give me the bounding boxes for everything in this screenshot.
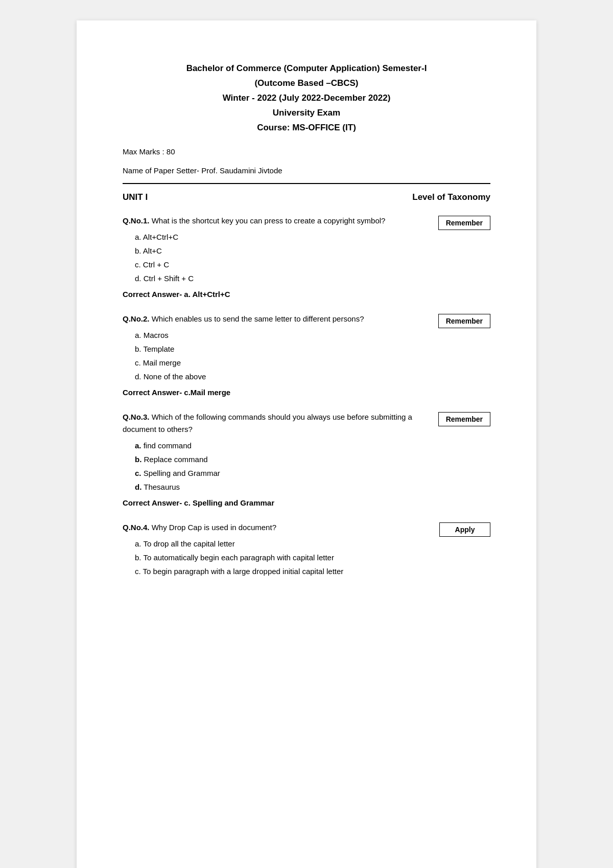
q4-option-b: b. To automatically begin each paragraph… — [135, 551, 431, 564]
paper-setter: Name of Paper Setter- Prof. Saudamini Ji… — [123, 166, 490, 175]
question-2-options: a. Macros b. Template c. Mail merge d. N… — [135, 328, 430, 383]
question-1-row: Q.No.1. What is the shortcut key you can… — [123, 215, 490, 285]
question-2-block: Q.No.2. Which enables us to send the sam… — [123, 313, 490, 399]
question-3-id: Q.No.3. — [123, 413, 150, 421]
q1-correct-answer: Correct Answer- a. Alt+Ctrl+C — [123, 288, 490, 301]
question-2-text: Q.No.2. Which enables us to send the sam… — [123, 313, 430, 383]
q1-option-a: a. Alt+Ctrl+C — [135, 230, 430, 244]
header-line4: University Exam — [123, 106, 490, 121]
header-line2: (Outcome Based –CBCS) — [123, 76, 490, 91]
q3-option-b: b. Replace command — [135, 452, 430, 466]
q2-option-c: c. Mail merge — [135, 356, 430, 370]
question-2-body: Which enables us to send the same letter… — [150, 314, 364, 323]
question-2-row: Q.No.2. Which enables us to send the sam… — [123, 313, 490, 383]
q2-option-d: d. None of the above — [135, 370, 430, 383]
question-3-block: Q.No.3. Which of the following commands … — [123, 411, 490, 509]
question-3-text: Q.No.3. Which of the following commands … — [123, 411, 430, 494]
question-4-text: Q.No.4. Why Drop Cap is used in document… — [123, 521, 431, 578]
q3-option-c: c. Spelling and Grammar — [135, 466, 430, 480]
question-4-options: a. To drop all the capital letter b. To … — [135, 537, 431, 578]
question-4-block: Q.No.4. Why Drop Cap is used in document… — [123, 521, 490, 578]
question-1-options: a. Alt+Ctrl+C b. Alt+C c. Ctrl + C d. Ct… — [135, 230, 430, 285]
q1-taxonomy-badge: Remember — [438, 216, 490, 230]
q4-option-c: c. To begin paragraph with a large dropp… — [135, 564, 431, 578]
question-3-row: Q.No.3. Which of the following commands … — [123, 411, 490, 494]
exam-page: Bachelor of Commerce (Computer Applicati… — [77, 20, 536, 868]
q1-option-c: c. Ctrl + C — [135, 258, 430, 271]
unit-title: UNIT I — [123, 192, 148, 202]
exam-header: Bachelor of Commerce (Computer Applicati… — [123, 61, 490, 135]
question-4-id: Q.No.4. — [123, 523, 150, 532]
section-divider — [123, 183, 490, 184]
question-1-body: What is the shortcut key you can press t… — [150, 216, 386, 225]
taxonomy-label: Level of Taxonomy — [412, 192, 490, 202]
question-2-id: Q.No.2. — [123, 314, 150, 323]
q4-taxonomy-badge: Apply — [439, 522, 490, 537]
q1-option-b: b. Alt+C — [135, 244, 430, 258]
q3-option-d: d. Thesaurus — [135, 480, 430, 494]
q2-option-b: b. Template — [135, 342, 430, 356]
question-3-options: a. find command b. Replace command c. Sp… — [135, 439, 430, 494]
question-4-body: Why Drop Cap is used in document? — [150, 523, 276, 532]
q3-correct-answer: Correct Answer- c. Spelling and Grammar — [123, 497, 490, 509]
question-3-body: Which of the following commands should y… — [123, 413, 412, 433]
question-4-row: Q.No.4. Why Drop Cap is used in document… — [123, 521, 490, 578]
unit-header: UNIT I Level of Taxonomy — [123, 192, 490, 202]
question-1-text: Q.No.1. What is the shortcut key you can… — [123, 215, 430, 285]
q3-option-a: a. find command — [135, 439, 430, 452]
max-marks: Max Marks : 80 — [123, 147, 490, 156]
q2-correct-answer: Correct Answer- c.Mail merge — [123, 386, 490, 399]
q2-option-a: a. Macros — [135, 328, 430, 342]
header-line1: Bachelor of Commerce (Computer Applicati… — [123, 61, 490, 76]
question-1-block: Q.No.1. What is the shortcut key you can… — [123, 215, 490, 301]
q3-taxonomy-badge: Remember — [438, 412, 490, 426]
question-1-id: Q.No.1. — [123, 216, 150, 225]
q4-option-a: a. To drop all the capital letter — [135, 537, 431, 551]
q2-taxonomy-badge: Remember — [438, 314, 490, 328]
header-line5: Course: MS-OFFICE (IT) — [123, 121, 490, 135]
q1-option-d: d. Ctrl + Shift + C — [135, 271, 430, 285]
header-line3: Winter - 2022 (July 2022-December 2022) — [123, 91, 490, 106]
